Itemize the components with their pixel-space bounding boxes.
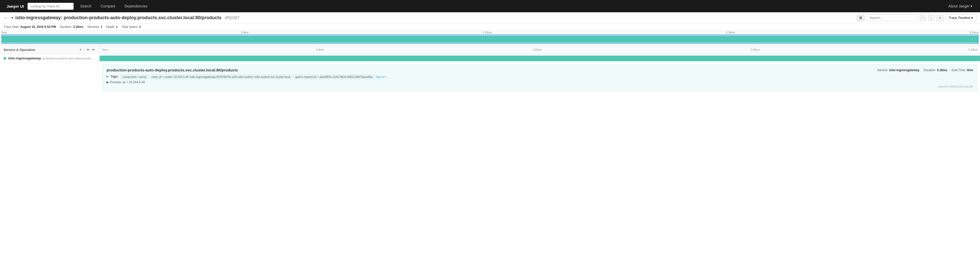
sort-dbl-right-icon2[interactable]: ≫ [91,47,96,52]
svc-tl-t0: 0ms [102,48,108,51]
svc-tl-t3: 2.39ms [750,48,759,51]
total-spans-value: 1 [139,25,141,29]
depth-label: Depth [106,25,115,29]
lookup-input[interactable] [28,3,73,10]
trace-service: istio-ingressgateway [15,15,61,20]
tag-guid: guid:x-request-id = abe2887e-2e42-9b2e-b… [294,75,374,79]
span-detail-title: production-products-auto-deploy.products… [107,68,877,72]
span-service-label: Service: istio-ingressgateway [877,68,919,72]
timeline-overview-bar [2,35,978,43]
brand-logo: Jaeger UI [3,4,28,8]
services-value: 1 [101,25,102,29]
span-service-name: istio-ingressgateway [8,56,41,60]
svc-tl-t1: 0.8ms [316,48,324,51]
process-value: ip = 10.244.5.40 [123,80,145,84]
keyboard-shortcut-icon[interactable]: ⌘ [857,14,865,21]
span-id-row: SpanID: b4f56c52b2cda1d9 [107,85,973,88]
service-color-dot [3,57,6,60]
span-process-row: ▶ Process: ip = 10.244.5.40 [107,80,973,84]
span-id-value: b4f56c52b2cda1d9 [949,85,973,88]
trace-row-left: istio-ingressgateway production-products… [0,54,100,63]
span-duration-info: Duration: 3.18ms [924,68,947,72]
span-id-label: SpanID: [939,85,948,88]
tags-expand-icon[interactable]: ▶ [107,75,108,78]
tag-component: component = proxy [121,75,148,79]
nav-search[interactable]: Search [76,0,96,12]
tl-t4: 3.18ms [969,31,978,34]
trace-header: ← ▾ istio-ingressgateway: production-pro… [0,12,980,24]
tag-overflow[interactable]: http.url = ... [376,75,390,79]
tags-content: component = proxy node_id = router~10.24… [121,75,390,79]
search-next-button[interactable]: ↓ [928,15,934,21]
tl-t2: 1.59ms [483,31,492,34]
trace-row[interactable]: istio-ingressgateway production-products… [0,54,980,63]
trace-meta: Trace Start August 10, 2019 5:53 PM Dura… [0,24,980,30]
about-label: About Jaeger ▾ [948,4,972,8]
span-service-value: istio-ingressgateway [889,68,920,72]
tag-node-id: node_id = router~10.244.5.40~istio-ingre… [150,75,292,79]
trace-operation: production-products-auto-deploy.products… [64,15,221,20]
trace-id: df50387 [225,16,240,20]
sort-icons: ▾ › ≫ ≫ [79,47,96,52]
total-spans-label: Total Spans [122,25,138,29]
tl-t0: 0ms [2,31,7,34]
sort-dbl-right-icon1[interactable]: ≫ [86,47,91,52]
span-start-value: 0ms [967,68,973,72]
svc-header-left: Service & Operation ▾ › ≫ ≫ [0,46,100,53]
process-expand-icon[interactable]: ▶ [107,80,109,84]
span-start-info: Start Time: 0ms [951,68,973,72]
timeline-labels-top: 0ms 0.8ms 1.59ms 2.39ms 3.18ms [0,30,980,35]
tl-t3: 2.39ms [726,31,735,34]
collapse-chevron[interactable]: ▾ [11,15,13,20]
span-operation-name: production-products-auto-deploy.products… [43,57,94,60]
svc-op-label: Service & Operation [3,48,35,52]
search-close-button[interactable]: ✕ [936,15,943,21]
svc-tl-t2: 1.59ms [532,48,542,51]
duration-label: Duration [60,25,71,29]
sort-down-icon[interactable]: ▾ [79,47,82,52]
nav-compare[interactable]: Compare [96,0,120,12]
span-detail-panel: production-products-auto-deploy.products… [102,64,977,91]
timeline-bar-container[interactable] [2,35,978,44]
view-mode-button[interactable]: Trace Timeline ▾ [945,14,977,21]
nav-links: Search Compare Dependencies [76,0,152,12]
search-prev-button[interactable]: ↑ [920,15,926,21]
trace-title: istio-ingressgateway: production-product… [15,15,854,21]
trace-controls: ⌘ ↑ ↓ ✕ Trace Timeline ▾ [857,14,977,21]
nav-dependencies[interactable]: Dependencies [120,0,152,12]
sort-right-icon[interactable]: › [83,47,85,52]
svc-tl-t4: 3.18ms [968,48,977,51]
back-button[interactable]: ← [3,15,8,21]
tl-t1: 0.8ms [241,31,248,34]
main-content: Service & Operation ▾ › ≫ ≫ 0ms 0.8ms 1.… [0,46,980,93]
about-link[interactable]: About Jaeger ▾ [944,4,977,8]
trace-start-label: Trace Start [3,25,19,29]
span-detail-meta: Service: istio-ingressgateway Duration: … [877,68,973,72]
span-bar [100,56,980,61]
trace-row-timeline [100,54,980,63]
span-tags-row: ▶ Tags: component = proxy node_id = rout… [107,75,973,79]
span-duration-value: 3.18ms [937,68,947,72]
svc-header: Service & Operation ▾ › ≫ ≫ 0ms 0.8ms 1.… [0,46,980,54]
depth-value: 1 [116,25,118,29]
tags-label: Tags: [111,75,119,79]
navbar: Jaeger UI Search Compare Dependencies Ab… [0,0,980,12]
trace-start-value: August 10, 2019 5:53 PM [20,25,56,29]
timeline-overview: 0ms 0.8ms 1.59ms 2.39ms 3.18ms [0,30,980,46]
svc-timeline-labels: 0ms 0.8ms 1.59ms 2.39ms 3.18ms [100,47,980,53]
trace-search-input[interactable] [867,14,918,21]
span-detail-header: production-products-auto-deploy.products… [107,68,973,72]
process-label: Process: [110,80,122,84]
duration-value: 3.18ms [73,25,84,29]
services-label: Services [88,25,99,29]
